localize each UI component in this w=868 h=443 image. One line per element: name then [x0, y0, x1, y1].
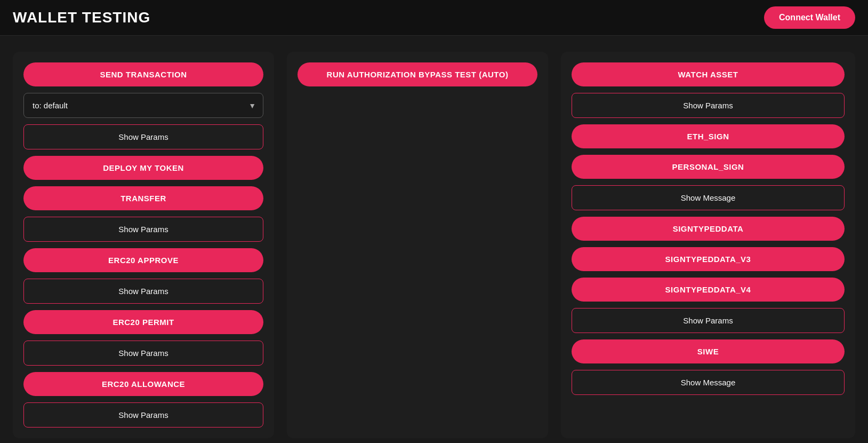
run-auth-bypass-button[interactable]: RUN AUTHORIZATION BYPASS TEST (AUTO): [298, 62, 537, 86]
show-params-right-1-button[interactable]: Show Params: [572, 93, 845, 118]
show-message-1-button[interactable]: Show Message: [572, 185, 845, 210]
show-params-right-2-button[interactable]: Show Params: [572, 308, 845, 333]
sign-typed-data-v4-button[interactable]: signTypedData_v4: [572, 278, 845, 302]
send-transaction-button[interactable]: SEND TRANSACTION: [23, 62, 263, 86]
page-title: WALLET TESTING: [13, 9, 150, 26]
show-params-2-button[interactable]: Show Params: [23, 217, 263, 242]
erc20-permit-button[interactable]: ERC20 PERMIT: [23, 310, 263, 334]
transfer-button[interactable]: TRANSFER: [23, 186, 263, 210]
show-params-1-button[interactable]: Show Params: [23, 124, 263, 149]
show-message-2-button[interactable]: Show Message: [572, 370, 845, 395]
erc20-allowance-button[interactable]: ERC20 ALLOWANCE: [23, 372, 263, 396]
middle-panel: RUN AUTHORIZATION BYPASS TEST (AUTO): [287, 52, 548, 438]
personal-sign-button[interactable]: personal_sign: [572, 155, 845, 179]
erc20-approve-button[interactable]: ERC20 APPROVE: [23, 248, 263, 272]
to-select[interactable]: to: default to: custom: [23, 93, 263, 118]
to-select-wrapper: to: default to: custom ▼: [23, 93, 263, 118]
sign-typed-data-v3-button[interactable]: signTypedData_v3: [572, 247, 845, 271]
main-content: SEND TRANSACTION to: default to: custom …: [0, 36, 868, 443]
siwe-button[interactable]: SIWE: [572, 339, 845, 363]
show-params-4-button[interactable]: Show Params: [23, 341, 263, 366]
show-params-5-button[interactable]: Show Params: [23, 402, 263, 428]
header: WALLET TESTING Connect Wallet: [0, 0, 868, 36]
right-panel: WATCH ASSET Show Params eth_sign persona…: [561, 52, 855, 438]
watch-asset-button[interactable]: WATCH ASSET: [572, 62, 845, 86]
eth-sign-button[interactable]: eth_sign: [572, 124, 845, 148]
show-params-3-button[interactable]: Show Params: [23, 279, 263, 304]
sign-typed-data-button[interactable]: signTypedData: [572, 217, 845, 241]
left-panel: SEND TRANSACTION to: default to: custom …: [13, 52, 274, 438]
deploy-my-token-button[interactable]: DEPLOY MY TOKEN: [23, 156, 263, 180]
connect-wallet-button[interactable]: Connect Wallet: [764, 6, 855, 29]
